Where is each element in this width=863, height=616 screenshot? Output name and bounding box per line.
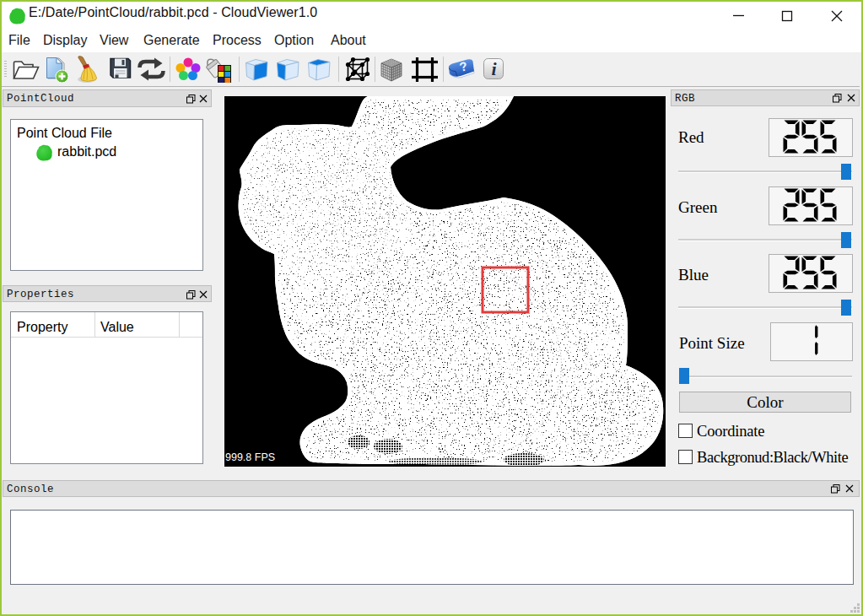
svg-text:i: i: [491, 58, 497, 79]
svg-text:999.8 FPS: 999.8 FPS: [225, 451, 275, 463]
